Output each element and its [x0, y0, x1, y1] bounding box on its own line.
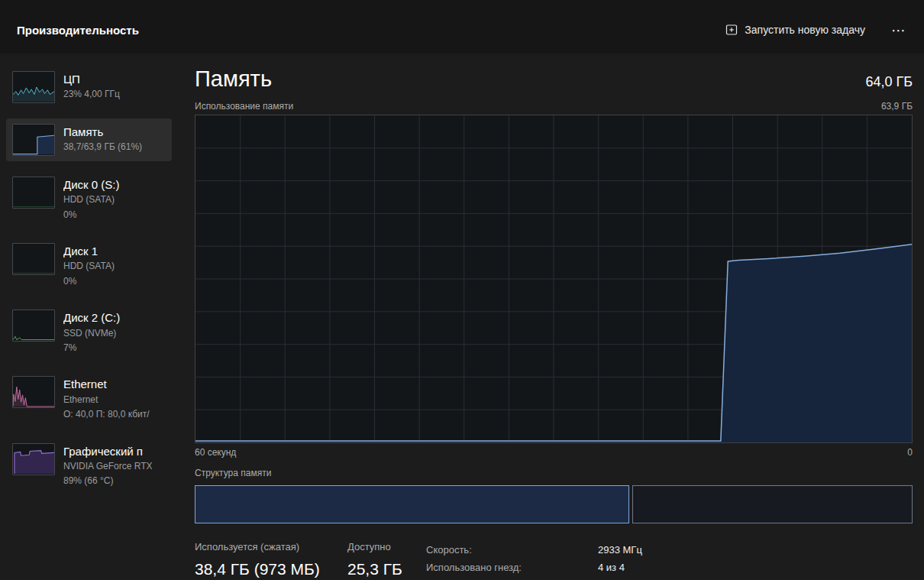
memory-panel: Память 64,0 ГБ Использование памяти 63,9… [178, 53, 924, 580]
sidebar-item-type: SSD (NVMe) [63, 326, 120, 341]
stat-in-use: Используется (сжатая) 38,4 ГБ (973 МБ) [195, 541, 347, 580]
page-title: Производительность [17, 24, 139, 37]
detail-slots-used-value: 4 из 4 [598, 562, 625, 573]
detail-slots-used-label: Использовано гнезд: [426, 562, 598, 573]
memory-composition-label: Структура памяти [195, 468, 913, 478]
usage-chart-max-label: 63,9 ГБ [881, 101, 913, 112]
stat-available-value: 25,3 ГБ [347, 560, 426, 578]
sidebar-item-cpu[interactable]: ЦП 23% 4,00 ГГц [6, 66, 172, 109]
disk1-mini-chart [12, 243, 55, 275]
memory-composition-used [195, 485, 629, 523]
sidebar-item-type: NVIDIA GeForce RTX [63, 459, 152, 474]
sidebar-item-disk0[interactable]: Диск 0 (S:) HDD (SATA) 0% [6, 171, 172, 228]
more-options-button[interactable]: ⋯ [884, 18, 913, 42]
content: ЦП 23% 4,00 ГГц Память 38,7/63,9 ГБ (61%… [0, 53, 924, 580]
panel-title: Память [195, 66, 272, 92]
disk2-mini-chart [12, 309, 55, 342]
sidebar-item-memory[interactable]: Память 38,7/63,9 ГБ (61%) [6, 118, 172, 161]
detail-speed: Скорость: 2933 МГц [426, 541, 642, 559]
memory-total-capacity: 64,0 ГБ [865, 74, 913, 92]
stat-in-use-value: 38,4 ГБ (973 МБ) [195, 560, 347, 578]
disk0-mini-chart [12, 177, 55, 209]
sidebar-item-type: Ethernet [63, 393, 150, 407]
task-manager-window: Производительность Запустить новую задач… [0, 0, 924, 580]
sidebar-item-title: ЦП [63, 72, 120, 87]
sidebar-item-stat: 7% [63, 341, 120, 355]
sidebar-item-disk2[interactable]: Диск 2 (C:) SSD (NVMe) 7% [6, 304, 172, 361]
usage-chart-label: Использование памяти [195, 101, 293, 112]
detail-speed-label: Скорость: [426, 544, 598, 556]
sidebar-item-stat: 0% [63, 208, 119, 222]
header: Производительность Запустить новую задач… [0, 0, 924, 53]
header-actions: Запустить новую задачу ⋯ [718, 18, 913, 42]
memory-stats: Используется (сжатая) 38,4 ГБ (973 МБ) Д… [195, 541, 913, 580]
detail-form-factor: Форм-фактор: DIMM [426, 576, 642, 580]
sidebar-item-stat: О: 40,0 П: 80,0 кбит/ [63, 407, 150, 422]
memory-composition-free [632, 485, 913, 523]
stat-available: Доступно 25,3 ГБ [347, 541, 426, 580]
run-new-task-button[interactable]: Запустить новую задачу [718, 18, 873, 41]
memory-details: Скорость: 2933 МГц Использовано гнезд: 4… [426, 541, 642, 580]
detail-speed-value: 2933 МГц [598, 544, 642, 556]
new-task-icon [725, 24, 738, 36]
sidebar-item-ethernet[interactable]: Ethernet Ethernet О: 40,0 П: 80,0 кбит/ [6, 371, 172, 427]
performance-sidebar: ЦП 23% 4,00 ГГц Память 38,7/63,9 ГБ (61%… [0, 53, 178, 580]
sidebar-item-title: Графический п [63, 444, 152, 459]
memory-mini-chart [12, 124, 55, 156]
stat-available-label: Доступно [347, 541, 426, 552]
sidebar-item-type: HDD (SATA) [63, 259, 115, 274]
stat-in-use-label: Используется (сжатая) [195, 541, 347, 552]
x-axis-right-label: 0 [907, 447, 913, 458]
sidebar-item-stat: 38,7/63,9 ГБ (61%) [63, 140, 142, 154]
sidebar-item-title: Память [63, 125, 142, 140]
memory-usage-chart [195, 115, 912, 442]
sidebar-item-gpu[interactable]: Графический п NVIDIA GeForce RTX 89% (66… [6, 438, 172, 494]
memory-composition-bar [195, 485, 913, 523]
gpu-mini-chart [12, 443, 55, 475]
sidebar-item-stat: 89% (66 °C) [63, 474, 152, 488]
sidebar-item-title: Диск 2 (C:) [63, 310, 120, 326]
sidebar-item-title: Диск 1 [63, 244, 115, 259]
sidebar-item-disk1[interactable]: Диск 1 HDD (SATA) 0% [6, 238, 172, 294]
detail-slots-used: Использовано гнезд: 4 из 4 [426, 559, 642, 576]
sidebar-item-title: Диск 0 (S:) [63, 177, 119, 193]
cpu-mini-chart [12, 71, 55, 103]
sidebar-item-title: Ethernet [63, 377, 150, 392]
x-axis-left-label: 60 секунд [195, 447, 236, 458]
sidebar-item-type: HDD (SATA) [63, 193, 119, 207]
memory-usage-chart-frame [195, 115, 913, 443]
run-new-task-label: Запустить новую задачу [745, 24, 865, 36]
sidebar-item-stat: 0% [63, 274, 115, 289]
ethernet-mini-chart [12, 376, 55, 408]
sidebar-item-stat: 23% 4,00 ГГц [63, 87, 120, 102]
